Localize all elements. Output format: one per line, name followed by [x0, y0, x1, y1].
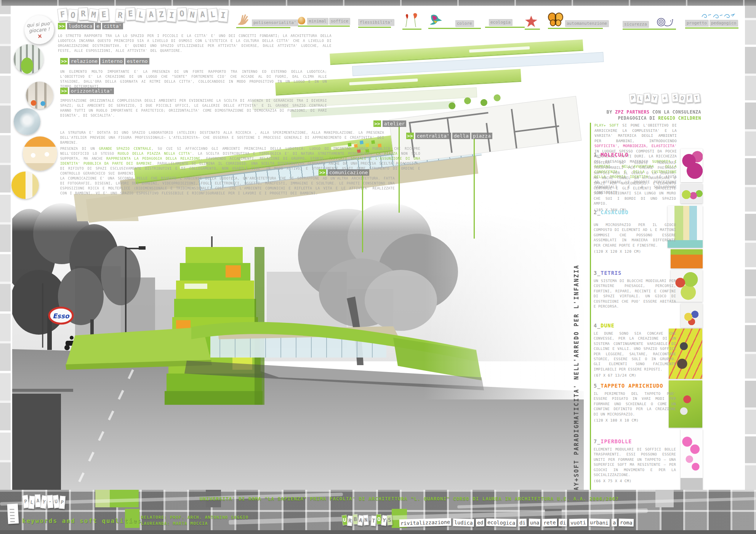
keyword-label: flessibilita' — [358, 19, 394, 26]
keyword-poppies — [402, 12, 421, 30]
photo-circle-columns-hall — [26, 82, 53, 109]
comunicazione-connector-line — [362, 175, 363, 252]
keyword-progetto-pedagogico: progettopedagogico — [685, 11, 738, 29]
hand-icon — [236, 13, 250, 26]
urban-toys-logo: URBANTOYS — [342, 515, 392, 525]
section-header-relazione: >> relazioneinternoesterno — [60, 58, 149, 64]
play-up-logo: PLAY-UP — [23, 495, 66, 508]
mosaic-tile — [655, 490, 674, 507]
keyword-label: sicurezza — [623, 21, 649, 27]
playsoft-byline-2: PEDAGOGICA DI REGGIO CHILDREN — [583, 115, 701, 121]
chevron-icon: >> — [60, 58, 68, 64]
esso-sign: Esso — [49, 308, 73, 324]
chevron-icon: >> — [319, 169, 326, 176]
product-photo-tetris-small — [681, 303, 703, 328]
playsoft-item-tetris: 3_TETRIS UN SISTEMA DI BLOCCHI MODIULARI… — [594, 270, 676, 309]
item-size: (120 X 120 X 120 CM) — [594, 249, 676, 253]
item-heading: 3_TETRIS — [594, 270, 676, 276]
playsoft-column-rule — [590, 123, 591, 496]
keyword-label: minimalsoffice — [307, 18, 350, 24]
bun-icon — [298, 17, 305, 24]
item-text: IL PERIMETRO DEL TAPPETO PUO' ESSERE PIE… — [594, 391, 676, 417]
photo-circle-projection-wall — [14, 108, 40, 135]
section-header-orizzontalita: >> orizzontalita' — [60, 88, 114, 94]
item-text: SISTEMA DI SEDUTE MODULARI TRASFORMABILI… — [594, 160, 676, 206]
playsoft-item-casacubo: 2_CASACUBO UN MICROSPAZIO PER IL GIOCO C… — [594, 209, 676, 253]
keyword-colore: colore — [428, 13, 481, 29]
keyword-starfish — [525, 15, 540, 30]
vertical-caption: PLAY+SOFT PARADIGMATICITA' NELL'ARREDO P… — [573, 246, 580, 499]
section-label: ludotecaecitta' — [67, 23, 123, 29]
section-header-centralita: >> centralita'dellapiazza — [406, 133, 492, 139]
section-header-atelier: >> atelier — [373, 120, 406, 127]
keyword-sicurezza: sicurezza — [623, 16, 676, 30]
section-text-comunicazione: LA COMUNICAZIONE E' UNA SECONDA PELLE CH… — [60, 176, 395, 196]
section-header-ludoteca: >> ludotecaecitta' — [58, 23, 123, 29]
product-photo-moleculo-parts — [681, 184, 703, 204]
product-photo-iperbolle — [681, 429, 703, 492]
relatore-credit: RELATORE: PROF. ARCH. ANTONINO SAGGIO — [141, 515, 248, 520]
keyword-polisensorialita: polisensorialita' — [236, 13, 290, 28]
svg-text:Esso: Esso — [53, 312, 70, 320]
footer-tagline: keywords and soft qualities — [22, 517, 142, 524]
item-text: UN SISTEMA DI BLOCCHI MODIULARI PER COST… — [594, 278, 676, 309]
section-label: comunicazione — [328, 169, 370, 176]
chevron-icon: >> — [373, 120, 381, 127]
section-label: relazioneinternoesterno — [69, 58, 149, 64]
university-line: UNIVERSITA' DI ROMA "LA SAPIENZA" PRIMA … — [200, 496, 619, 502]
frame-left — [0, 6, 11, 490]
keyword-ecologia: ecologia — [485, 19, 525, 28]
playsoft-item-iperbolle: 7_IPERBOLLE ELEMENTI MODULARI DI SOFFICI… — [594, 438, 676, 483]
item-size: (66 X 75 X 4 CM) — [594, 479, 676, 483]
item-text: LE DUNE SONO SIA CONCAVE CHE CONVESSE, P… — [594, 331, 676, 372]
doodles-icon — [700, 11, 738, 20]
playsoft-item-tappeto: 5_TAPPETO APRICHIUDO IL PERIMETRO DEL TA… — [594, 383, 676, 422]
photo-circle-yellow-room — [11, 172, 39, 199]
section-text-relazione: UN ELEMENTO MOLTO IMPORTANTE E' LA PRESE… — [60, 69, 327, 89]
playsoft-item-moleculo: 1_MOLECULO SISTEMA DI SEDUTE MODULARI TR… — [594, 152, 676, 212]
mosaic-tile — [95, 490, 110, 507]
item-text: UN MICROSPAZIO PER IL GIOCO COMPOSTO DI … — [594, 222, 676, 248]
butterfly-icon — [548, 12, 563, 27]
thesis-poster-board: Esso — [0, 0, 756, 534]
keyword-flessibilita: flessibilita' — [358, 19, 391, 28]
section-header-comunicazione: >> comunicazione — [319, 169, 369, 176]
playsoft-title: PLAY+SOFT — [629, 94, 701, 103]
keyword-automanutenzione: automanutenzione — [548, 12, 603, 29]
section-label: centralita'dellapiazza — [415, 133, 492, 139]
thesis-subtitle: rivitalizzazioneludicaedecologicadiunare… — [399, 519, 634, 526]
item-heading: 5_TAPPETO APRICHIUDO — [594, 383, 676, 389]
item-heading: 2_CASACUBO — [594, 209, 676, 215]
section-text-ludoteca: LO STRETTO RAPPORTO TRA LA LO SPAZIO PER… — [58, 34, 332, 53]
item-text: ELEMENTI MODULARI DI SOFFICI BOLLE TRASP… — [594, 447, 676, 477]
footer-mosaic: PLAY-UP keywords and soft qualities RELA… — [0, 490, 756, 530]
item-heading: 1_MOLECULO — [594, 152, 676, 158]
snail-icon — [656, 16, 674, 27]
photomontage-svg: Esso — [12, 201, 584, 502]
sticker-badge: qui si puo' giocare ! × — [23, 14, 55, 46]
plan-trees — [448, 102, 456, 110]
item-heading: 7_IPERBOLLE — [594, 438, 676, 444]
keyword-label: progettopedagogico — [685, 20, 738, 26]
photo-circle-play-structure — [14, 44, 43, 74]
frame-top — [0, 0, 756, 6]
chevron-icon: >> — [60, 88, 68, 94]
page-title: FORMERELAZIONALI — [58, 8, 229, 21]
item-size: (120 X 180 X 10 CM) — [594, 418, 676, 422]
item-heading: 4_DUNE — [594, 322, 676, 329]
section-text-orizzontalita: IMPOSTAZIONE ORIZZONTALE COMPLESSIVA DEG… — [60, 98, 327, 118]
product-photo-moleculo — [681, 149, 703, 182]
foreground-wall — [12, 394, 61, 502]
frame-right — [745, 6, 756, 490]
playsoft-item-dune: 4_DUNE LE DUNE SONO SIA CONCAVE CHE CONV… — [594, 322, 676, 377]
chevron-icon: >> — [58, 23, 66, 29]
bird-icon — [428, 13, 443, 27]
playsoft-byline-1: BY ZPZ PARTNERS CON LA CONSULENZA — [583, 109, 701, 115]
footer-mark-tile — [7, 504, 19, 524]
keyword-label: polisensorialita' — [252, 19, 298, 26]
photomontage: Esso — [12, 201, 584, 502]
keyword-label: automanutenzione — [565, 20, 609, 27]
section-label: atelier — [383, 120, 407, 127]
laureanda-credit: LAUREANDA: MARTA MOCCIA — [141, 521, 208, 526]
atelier-connector-line — [399, 126, 400, 213]
